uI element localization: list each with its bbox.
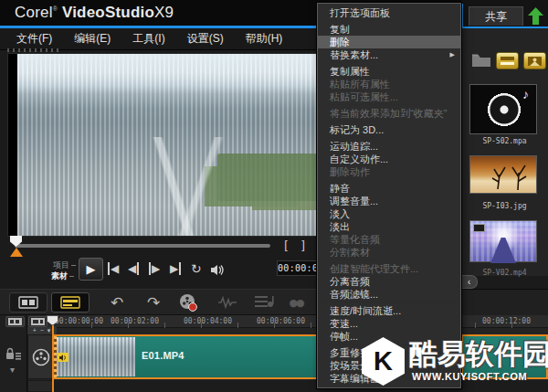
menu-item-speed-time-lapse[interactable]: 速度/时间流逝... xyxy=(318,304,460,317)
panel-collapse-button[interactable]: ‹ xyxy=(461,275,478,289)
repeat-icon: ↻ xyxy=(191,261,202,276)
menu-item-fade-out[interactable]: 淡出 xyxy=(318,220,460,233)
video-track-header[interactable] xyxy=(27,334,54,379)
tickmark xyxy=(164,323,165,328)
library-folder-button[interactable] xyxy=(471,52,492,69)
menu-item-copy-attributes[interactable]: 复制属性 xyxy=(318,65,460,78)
menu-separator xyxy=(319,121,459,122)
library-item-image[interactable] xyxy=(469,155,537,194)
project-tick xyxy=(71,265,76,266)
menu-help[interactable]: 帮助(H) xyxy=(246,31,283,47)
menu-item-split-audio[interactable]: 分离音频 xyxy=(318,275,460,288)
sound-mixer-button[interactable] xyxy=(217,296,237,309)
tab-accent-edge xyxy=(461,4,463,28)
menu-item-custom-motion[interactable]: 自定义动作... xyxy=(318,153,460,165)
menu-item-replace-clip[interactable]: 替换素材...▶ xyxy=(318,48,460,61)
next-frame-icon: ▶ xyxy=(149,262,160,275)
photo-icon xyxy=(528,57,542,66)
undo-icon: ↶ xyxy=(111,293,123,312)
scrubber-track[interactable] xyxy=(15,244,270,248)
menu-item-remove-motion: 删除动作 xyxy=(318,165,460,178)
music-score-icon xyxy=(254,294,274,309)
watermark-site-url: WWW.KUYISOFT.COM xyxy=(412,371,527,382)
menu-separator xyxy=(319,104,459,105)
film-record-icon xyxy=(179,293,197,312)
menu-item-delete[interactable]: 删除 xyxy=(318,36,460,48)
ruler-tick-12s: 00:00:12:00 xyxy=(482,317,531,325)
menu-item-mark-as-3d[interactable]: 标记为 3D... xyxy=(318,123,460,136)
ruler-tick-0: 00:00:00:00 xyxy=(55,317,103,325)
record-capture-button[interactable] xyxy=(179,293,197,312)
library-item-video[interactable] xyxy=(469,220,537,262)
track-lock-button[interactable] xyxy=(5,347,21,360)
menu-item-add-effect-to-favorites: 将当前效果添加到“收藏夹” xyxy=(318,107,460,120)
menu-separator xyxy=(319,20,459,21)
volume-button[interactable] xyxy=(210,264,225,276)
timeline-icon xyxy=(60,296,80,309)
library-item-audio[interactable]: ♪ xyxy=(469,84,537,134)
menu-item-mute[interactable]: 静音 xyxy=(318,182,460,195)
tickmark xyxy=(201,323,202,328)
library-item-audio-label: SP-S02.mpa xyxy=(461,137,548,145)
menu-item-paste-all-attributes: 粘贴所有属性 xyxy=(318,78,460,90)
menu-item-adjust-volume[interactable]: 调整音量... xyxy=(318,195,460,207)
track-view-toggle-1[interactable] xyxy=(5,316,25,327)
watermark-letter: K xyxy=(374,346,393,376)
track-view-toggle-2[interactable] xyxy=(28,316,47,327)
menu-item-audio-filter[interactable]: 音频滤镜... xyxy=(318,288,460,301)
preview-pillarbox xyxy=(8,54,17,236)
repeat-button[interactable]: ↻ xyxy=(191,262,202,277)
play-button[interactable]: ▶ xyxy=(79,258,103,281)
menu-item-copy[interactable]: 复制 xyxy=(318,23,460,36)
menu-item-open-options[interactable]: 打开选项面板 xyxy=(318,6,460,19)
green-up-arrow-icon xyxy=(528,7,543,25)
road-shape xyxy=(490,238,516,263)
clip-mode-button[interactable]: 素材 xyxy=(51,271,74,281)
menu-item-motion-tracking[interactable]: 运动追踪... xyxy=(318,140,460,153)
clip-trim-edge[interactable] xyxy=(54,336,57,377)
menu-item-fade-in[interactable]: 淡入 xyxy=(318,207,460,220)
submenu-arrow-icon: ▶ xyxy=(450,48,455,61)
timeline-view-button[interactable] xyxy=(51,292,90,313)
filter-media-button[interactable] xyxy=(496,52,519,69)
menu-file[interactable]: 文件(F) xyxy=(16,31,52,47)
redo-icon: ↷ xyxy=(147,293,160,312)
filter-photo-button[interactable] xyxy=(523,52,546,69)
rail-collapse-button[interactable]: ▾ xyxy=(10,365,15,375)
menu-item-variable-speed[interactable]: 变速... xyxy=(318,317,460,330)
menu-separator xyxy=(319,260,459,260)
share-arrow xyxy=(528,7,543,25)
brand-corel: Corel xyxy=(15,4,53,21)
ruler-tick-4s: 00:00:04:00 xyxy=(184,317,232,325)
videostudio-window: Corel® VideoStudioX9 文件(F) 编辑(E) 工具(I) 设… xyxy=(0,0,548,392)
next-frame-button[interactable]: ▶ xyxy=(149,262,160,277)
menu-settings[interactable]: 设置(S) xyxy=(187,31,224,47)
previous-frame-button[interactable]: ◀ xyxy=(128,262,139,277)
undo-button[interactable]: ↶ xyxy=(106,291,128,313)
menu-edit[interactable]: 编辑(E) xyxy=(74,31,111,47)
library-item-image-label: SP-I03.jpg xyxy=(461,202,548,210)
menu-item-create-smart-proxy: 创建智能代理文件... xyxy=(318,262,460,275)
menu-tools[interactable]: 工具(I) xyxy=(132,31,164,47)
redo-button[interactable]: ↷ xyxy=(142,291,164,313)
home-button[interactable]: ◀ xyxy=(108,262,119,277)
mark-out-button[interactable]: ] xyxy=(297,238,310,251)
project-mode-button[interactable]: 项目 xyxy=(53,260,76,270)
home-icon: ◀ xyxy=(108,262,119,275)
playhead-line xyxy=(52,325,54,392)
audio-wave-icon xyxy=(217,296,237,309)
tickmark xyxy=(511,323,512,328)
tab-share[interactable]: 共享 xyxy=(469,6,523,26)
track-beads-button[interactable]: ●● xyxy=(285,291,307,313)
storyboard-view-button[interactable] xyxy=(9,292,47,313)
video-file-badge-icon xyxy=(473,224,485,232)
trim-marker[interactable] xyxy=(10,248,23,257)
menu-separator xyxy=(319,62,459,63)
lock-icon xyxy=(5,347,21,360)
trademark-mark: ® xyxy=(53,5,58,12)
overlay-track-header[interactable] xyxy=(27,380,54,392)
auto-music-button[interactable] xyxy=(254,294,274,309)
end-button[interactable]: ▶ xyxy=(170,262,181,277)
mark-in-button[interactable]: [ xyxy=(279,238,292,251)
play-icon: ▶ xyxy=(87,262,96,276)
